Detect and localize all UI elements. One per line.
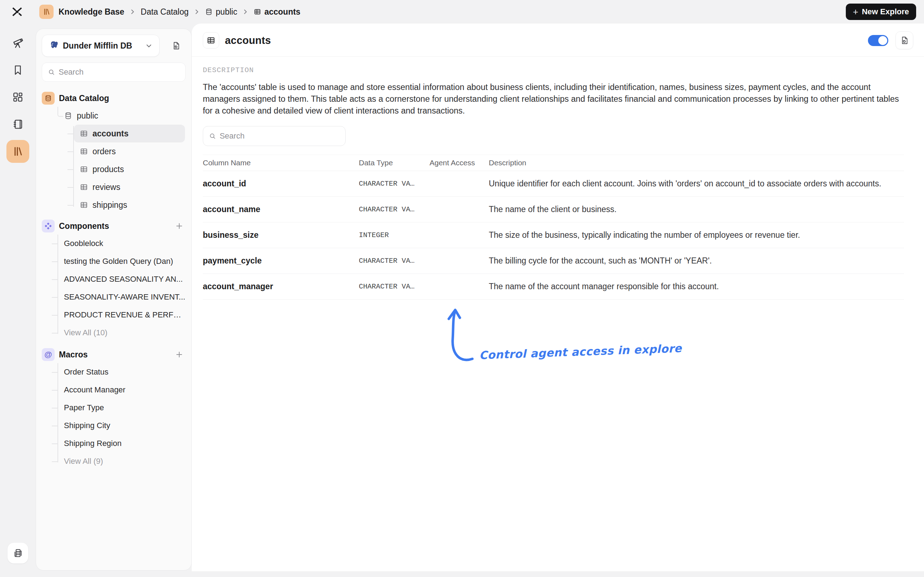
breadcrumb-public[interactable]: public (205, 7, 237, 17)
sidebar-item-data-catalog[interactable]: Data Catalog (42, 90, 186, 107)
add-macro-button[interactable] (175, 350, 184, 359)
macro-item[interactable]: Order Status (58, 363, 186, 381)
chevron-right-icon (193, 8, 200, 15)
column-description: The name of the account manager responsi… (489, 282, 904, 291)
main-panel: accounts DESCRIPTION The 'accounts' tabl… (192, 24, 924, 571)
database-selector[interactable]: Dunder Mifflin DB (42, 35, 159, 57)
sync-file-icon (900, 36, 909, 45)
column-header: Column Name (203, 158, 359, 167)
column-name: payment_cycle (203, 256, 359, 266)
column-name: account_manager (203, 282, 359, 291)
new-explore-button[interactable]: + New Explore (846, 3, 916, 20)
sidebar-item-macros[interactable]: @ Macros (42, 346, 186, 363)
macro-item[interactable]: Account Manager (58, 381, 186, 399)
notebook-icon[interactable] (6, 113, 29, 136)
breadcrumb-knowledge-base[interactable]: Knowledge Base (58, 7, 124, 17)
column-data-type: INTEGER (359, 231, 430, 239)
columns-search[interactable] (203, 126, 346, 146)
printer-icon[interactable] (8, 543, 28, 563)
postgres-icon (48, 41, 58, 51)
sidebar-item-label: Data Catalog (59, 93, 109, 103)
annotation-text: Control agent access in explore (479, 342, 682, 362)
add-component-button[interactable] (175, 222, 184, 230)
icon-rail (0, 24, 36, 577)
breadcrumb-accounts[interactable]: accounts (253, 7, 300, 17)
table-row: account_manager CHARACTER VA… The name o… (203, 274, 904, 300)
component-item[interactable]: SEASONALITY-AWARE INVENT... (58, 288, 186, 306)
description-label: DESCRIPTION (203, 66, 904, 74)
column-name: account_name (203, 205, 359, 214)
table-icon (80, 201, 88, 209)
sidebar-table-item[interactable]: products (74, 160, 185, 178)
column-description: The size of the business, typically indi… (489, 230, 904, 240)
table-row: account_id CHARACTER VA… Unique identifi… (203, 171, 904, 197)
app-logo-icon[interactable] (10, 5, 24, 19)
dashboard-icon[interactable] (6, 86, 29, 108)
sidebar-search-input[interactable] (58, 68, 180, 77)
sidebar-item-label: Account Manager (64, 385, 125, 395)
sidebar-item-label: Shipping Region (64, 439, 121, 448)
sidebar-item-label: ADVANCED SEASONALITY AN... (64, 275, 183, 284)
sidebar-item-label: PRODUCT REVENUE & PERFOR... (64, 310, 186, 319)
table-row: business_size INTEGER The size of the bu… (203, 222, 904, 248)
component-item[interactable]: testing the Golden Query (Dan) (58, 253, 186, 270)
breadcrumb-label: Data Catalog (141, 7, 188, 17)
sidebar-table-item[interactable]: shippings (74, 196, 185, 214)
chevron-right-icon (129, 8, 136, 15)
bookmark-icon[interactable] (6, 58, 29, 81)
table-agent-access-toggle[interactable] (868, 35, 888, 46)
sidebar-table-item[interactable]: accounts (74, 125, 185, 142)
component-item[interactable]: PRODUCT REVENUE & PERFOR... (58, 306, 186, 324)
refresh-schema-button[interactable] (895, 31, 913, 49)
sidebar-item-label: Macros (59, 350, 88, 359)
column-data-type: CHARACTER VA… (359, 180, 430, 188)
sidebar-search[interactable] (42, 63, 186, 82)
table-row: payment_cycle CHARACTER VA… The billing … (203, 248, 904, 274)
import-schema-button[interactable] (167, 36, 185, 55)
breadcrumb: Knowledge Base Data Catalog public accou… (58, 7, 300, 17)
macros-section: @ Macros Order Status Account Manager Pa… (42, 346, 186, 470)
component-item[interactable]: ADVANCED SEASONALITY AN... (58, 270, 186, 288)
sidebar-item-label: Shipping City (64, 421, 110, 430)
sidebar-item-label: reviews (92, 182, 120, 192)
page-title: accounts (225, 35, 271, 47)
database-icon (64, 111, 72, 120)
telescope-icon[interactable] (6, 31, 29, 54)
sidebar-item-label: orders (92, 147, 116, 156)
macros-view-all[interactable]: View All (9) (58, 452, 186, 470)
new-explore-label: New Explore (862, 7, 909, 16)
knowledge-base-icon[interactable] (39, 5, 53, 19)
table-icon (80, 165, 88, 174)
sidebar-table-item[interactable]: orders (74, 142, 185, 160)
sync-file-icon (171, 41, 181, 50)
sidebar-item-label: View All (9) (64, 457, 103, 466)
tree-connector (58, 107, 63, 117)
sidebar-item-label: SEASONALITY-AWARE INVENT... (64, 292, 185, 302)
macro-item[interactable]: Shipping City (58, 417, 186, 435)
table-description: The 'accounts' table is used to manage a… (203, 81, 904, 117)
macro-item[interactable]: Paper Type (58, 399, 186, 417)
breadcrumb-label: Knowledge Base (58, 7, 124, 17)
sidebar-item-label: View All (10) (64, 328, 108, 337)
topbar: Knowledge Base Data Catalog public accou… (0, 0, 924, 24)
sidebar-item-components[interactable]: Components (42, 218, 186, 235)
components-section: Components Gooblelock testing the Golden… (42, 218, 186, 342)
library-icon[interactable] (6, 140, 29, 163)
column-data-type: CHARACTER VA… (359, 257, 430, 265)
columns-search-input[interactable] (220, 131, 340, 141)
column-name: account_id (203, 179, 359, 189)
sidebar: Dunder Mifflin DB Data Catalog (36, 29, 192, 571)
sidebar-item-schema-public[interactable]: public (64, 107, 186, 125)
sidebar-item-label: Paper Type (64, 403, 104, 413)
sidebar-table-item[interactable]: reviews (74, 178, 185, 196)
breadcrumb-data-catalog[interactable]: Data Catalog (141, 7, 188, 17)
column-header: Agent Access (430, 158, 489, 167)
macros-icon: @ (42, 348, 55, 361)
breadcrumb-label: accounts (264, 7, 300, 17)
component-item[interactable]: Gooblelock (58, 235, 186, 253)
column-header: Data Type (359, 158, 430, 167)
breadcrumb-label: public (216, 7, 237, 17)
components-view-all[interactable]: View All (10) (58, 324, 186, 342)
macro-item[interactable]: Shipping Region (58, 435, 186, 452)
components-icon (42, 219, 55, 232)
